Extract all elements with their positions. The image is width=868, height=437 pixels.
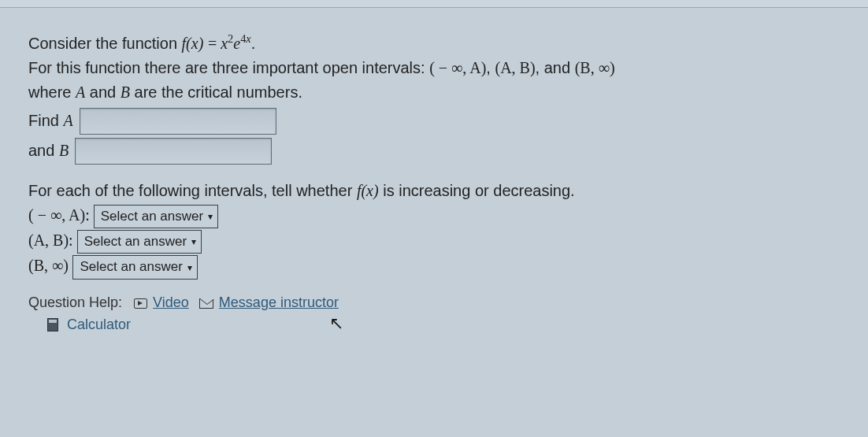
help-label: Question Help:: [28, 294, 122, 310]
select-interval-3[interactable]: Select an answer ▾: [72, 255, 197, 279]
select-placeholder: Select an answer: [84, 231, 187, 252]
question-help: Question Help: Video Message instructor …: [28, 292, 840, 336]
equals: =: [208, 35, 221, 52]
period: .: [251, 35, 256, 52]
interval-row-1: ( − ∞, A): Select an answer ▾: [28, 203, 840, 228]
sep: ,: [486, 59, 495, 76]
find-A-row: Find A: [28, 108, 840, 135]
and-B-row: and B: [28, 138, 840, 165]
chevron-down-icon: ▾: [187, 263, 192, 272]
calculator-link[interactable]: Calculator: [67, 317, 131, 332]
and-B-label: and B: [28, 139, 69, 163]
question-body: Consider the function f(x) = x2e4x. For …: [0, 8, 868, 335]
select-interval-1[interactable]: Select an answer ▾: [94, 205, 218, 228]
input-A[interactable]: [80, 108, 276, 135]
fx-lhs: f(x): [182, 35, 204, 52]
mail-icon: [199, 298, 213, 309]
interval-label-1: ( − ∞, A): [28, 206, 85, 224]
B-var: B: [121, 83, 130, 101]
problem-line-3: where A and B are the critical numbers.: [28, 80, 840, 105]
video-icon: [134, 298, 147, 309]
fx: f(x): [357, 182, 379, 199]
interval-neg-inf-A: ( − ∞, A): [429, 59, 486, 76]
interval-label-2: (A, B): [28, 231, 69, 249]
chevron-down-icon: ▾: [208, 212, 213, 221]
chevron-down-icon: ▾: [191, 237, 196, 246]
A-var: A: [76, 83, 85, 101]
x-base: x: [221, 35, 228, 52]
message-instructor-link[interactable]: Message instructor: [219, 294, 339, 310]
select-placeholder: Select an answer: [101, 206, 203, 227]
text: Consider the function: [28, 35, 182, 52]
exp-4x: 4x: [240, 32, 251, 45]
select-placeholder: Select an answer: [80, 257, 182, 277]
e-base: e: [233, 35, 240, 52]
interval-A-B: (A, B): [495, 59, 535, 76]
calculator-icon: [47, 318, 58, 331]
text: where: [28, 83, 76, 101]
text: and: [90, 83, 121, 101]
problem-line-1: Consider the function f(x) = x2e4x.: [28, 30, 840, 56]
interval-row-3: (B, ∞) Select an answer ▾: [28, 254, 840, 279]
problem-line-2: For this function there are three import…: [28, 56, 840, 80]
interval-B-inf: (B, ∞): [575, 59, 615, 76]
text: are the critical numbers.: [135, 83, 302, 101]
interval-label-3: (B, ∞): [28, 257, 69, 274]
find-A-label: Find A: [28, 109, 73, 133]
toolbar-remnant: [0, 0, 868, 8]
select-interval-2[interactable]: Select an answer ▾: [77, 230, 202, 254]
text: is increasing or decreasing.: [383, 182, 574, 199]
part2-prompt: For each of the following intervals, tel…: [28, 179, 840, 203]
video-link[interactable]: Video: [153, 294, 189, 310]
input-B[interactable]: [75, 138, 272, 165]
sep: , and: [536, 59, 575, 76]
text: For each of the following intervals, tel…: [28, 182, 357, 199]
text: For this function there are three import…: [28, 59, 429, 76]
interval-row-2: (A, B): Select an answer ▾: [28, 228, 840, 254]
